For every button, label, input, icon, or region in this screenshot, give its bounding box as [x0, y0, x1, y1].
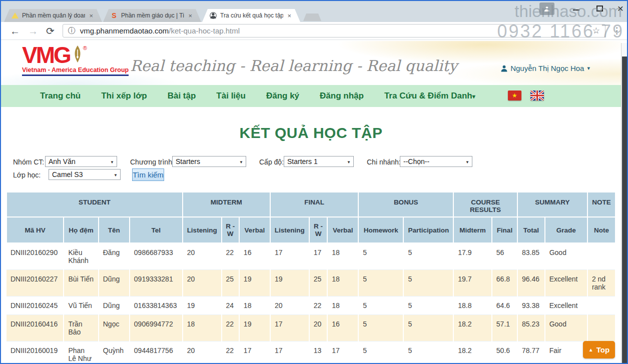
url-host: vmg.phanmemdaotao.com	[80, 26, 169, 35]
browser-menu-icon[interactable]: ⋮	[612, 26, 621, 36]
table-cell: DNIII20160245	[7, 296, 64, 315]
table-cell: 18.2	[453, 342, 492, 364]
page-info-icon[interactable]: ⓘ	[68, 26, 76, 36]
table-cell: 18	[239, 296, 270, 315]
table-cell: 5	[403, 342, 453, 364]
table-cell: 13	[309, 342, 328, 364]
group-header: SUMMARY	[517, 192, 587, 217]
browser-toolbar: ← → ⟳ ⓘ vmg.phanmemdaotao.com/ket-qua-ho…	[1, 22, 627, 40]
table-cell	[587, 243, 615, 270]
table-cell: 5	[358, 342, 403, 364]
browser-tab-3-active[interactable]: Tra cứu kết quả học tập ×	[202, 9, 300, 22]
table-cell: 18.8	[453, 296, 492, 315]
forward-icon[interactable]: →	[28, 26, 38, 36]
table-cell: 20	[309, 315, 328, 342]
table-cell: DNIII20160290	[7, 243, 64, 270]
slogan-text: Real teaching - Real learning - Real qua…	[130, 57, 457, 74]
results-body: DNIII20160290Kiều KhánhĐăng0986687933202…	[7, 243, 615, 363]
lop-hoc-label: Lớp học:	[13, 171, 41, 179]
maximize-button[interactable]	[596, 6, 603, 12]
nav-item-lookup-attendance[interactable]: Tra Cứu & Điểm Danh▾	[384, 91, 475, 101]
group-header: BONUS	[358, 192, 453, 217]
table-cell: Excellent	[545, 296, 587, 315]
table-cell: 17	[270, 243, 309, 270]
vmg-logo[interactable]: VMG ® Vietnam - America Education Group	[22, 44, 129, 76]
bookmark-star-icon[interactable]: ☆	[592, 26, 600, 36]
table-cell: 24	[222, 296, 239, 315]
column-header-row: Mã HVHọ đệmTênTelListeningR - WVerbalLis…	[7, 217, 615, 243]
address-bar[interactable]: ⓘ vmg.phanmemdaotao.com/ket-qua-hoc-tap.…	[63, 24, 605, 38]
table-cell: 19	[239, 270, 270, 296]
table-cell: 96.46	[517, 270, 545, 296]
column-header: Verbal	[327, 217, 358, 243]
table-cell: 2 nd rank	[587, 270, 615, 296]
nav-item-home[interactable]: Trang chủ	[40, 91, 81, 101]
table-cell: 17	[239, 342, 270, 364]
logo-subtext: Vietnam - America Education Group	[22, 66, 129, 76]
lop-hoc-select[interactable]: Camel S3▼	[49, 169, 121, 180]
tab-close-icon[interactable]: ×	[187, 12, 193, 20]
table-cell: 22	[222, 342, 239, 364]
table-cell: 19	[239, 315, 270, 342]
table-cell: 19	[183, 296, 222, 315]
table-cell: 25	[222, 270, 239, 296]
chuong-trinh-select[interactable]: Starters▼	[172, 156, 246, 167]
tab-close-icon[interactable]: ×	[286, 12, 292, 20]
main-nav: Trang chủ Thi xếp lớp Bài tập Tài liệu Đ…	[1, 85, 621, 107]
user-menu[interactable]: Nguyễn Thị Ngọc Hoa ▾	[501, 64, 590, 72]
cap-do-select[interactable]: Starters 1▼	[284, 156, 354, 167]
uk-flag-icon[interactable]	[530, 90, 544, 100]
table-cell: Quỳnh	[99, 342, 130, 364]
back-to-top-button[interactable]: ▲ Top	[583, 341, 615, 358]
tab-close-icon[interactable]: ×	[88, 12, 94, 20]
dropdown-arrow-icon: ▼	[114, 173, 118, 178]
search-button[interactable]: Tìm kiếm	[132, 168, 164, 181]
nav-item-homework[interactable]: Bài tập	[168, 91, 196, 101]
table-cell: 19	[270, 270, 309, 296]
vertical-scrollbar[interactable]	[621, 43, 627, 363]
table-cell: Đăng	[99, 243, 130, 270]
close-window-button[interactable]: ×	[614, 2, 627, 15]
table-row: DNIII20160416Trần BảoNgọc090699477218221…	[7, 315, 615, 342]
minimize-button[interactable]	[573, 10, 579, 10]
table-cell: 18	[327, 270, 358, 296]
table-cell: 57.1	[492, 315, 517, 342]
warning-triangle-icon	[11, 12, 19, 20]
chi-nhanh-select[interactable]: --Chọn--▼	[400, 156, 472, 167]
table-cell: 22	[222, 243, 239, 270]
table-cell: 78.77	[517, 342, 545, 364]
table-cell: 25	[309, 270, 328, 296]
table-cell: DNIII20160416	[7, 315, 64, 342]
browser-tab-1[interactable]: Phần mềm quản lý doanh ×	[4, 9, 102, 22]
nav-item-login[interactable]: Đăng nhập	[320, 91, 364, 101]
table-cell: 17	[309, 243, 328, 270]
column-header: Participation	[403, 217, 453, 243]
table-cell: 01633814363	[130, 296, 183, 315]
dropdown-arrow-icon: ▼	[239, 160, 243, 164]
table-cell: 0906994772	[130, 315, 183, 342]
table-cell: 16	[239, 243, 270, 270]
column-header: Homework	[358, 217, 403, 243]
web-page: VMG ® Vietnam - America Education Group …	[1, 41, 621, 363]
table-cell: 56	[492, 243, 517, 270]
column-header: Tên	[99, 217, 130, 243]
chevron-down-icon: ▾	[587, 65, 590, 72]
vietnam-flag-icon[interactable]: ★	[508, 90, 521, 100]
column-header: Verbal	[239, 217, 270, 243]
browser-tab-2[interactable]: S Phần mềm giáo dục | Tiế ×	[103, 9, 201, 22]
scrollbar-thumb[interactable]	[622, 56, 627, 363]
nhom-ct-select[interactable]: Anh Văn▼	[45, 156, 117, 167]
column-header: R - W	[309, 217, 328, 243]
nav-item-placement-test[interactable]: Thi xếp lớp	[101, 91, 147, 101]
profile-avatar-button[interactable]	[539, 2, 554, 15]
back-icon[interactable]: ←	[10, 26, 20, 36]
table-cell: 5	[358, 243, 403, 270]
group-header-row: STUDENTMIDTERMFINALBONUSCOURSE RESULTSSU…	[7, 192, 615, 217]
group-header: MIDTERM	[183, 192, 270, 217]
new-tab-button[interactable]	[303, 14, 321, 21]
table-row: DNIII20160227Bùi TiếnDũng091933328120251…	[7, 270, 615, 296]
table-cell: 5	[403, 270, 453, 296]
nav-item-register[interactable]: Đăng ký	[266, 91, 299, 101]
nav-item-documents[interactable]: Tài liệu	[216, 91, 246, 101]
refresh-icon[interactable]: ⟳	[46, 26, 55, 36]
